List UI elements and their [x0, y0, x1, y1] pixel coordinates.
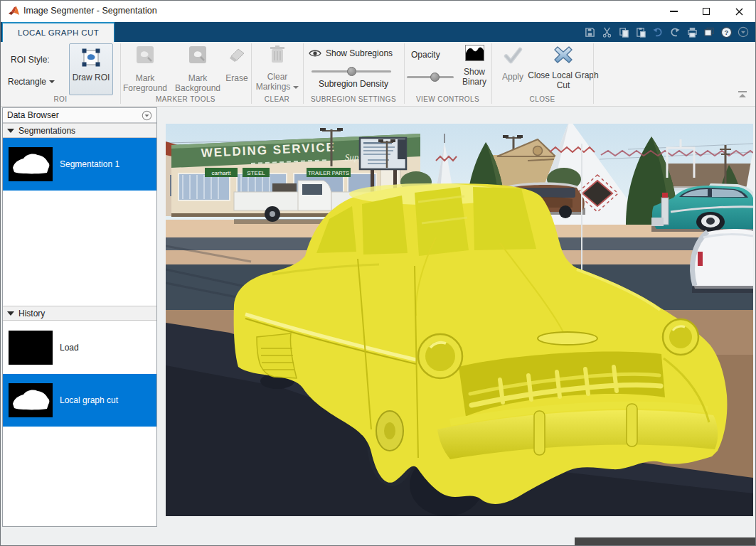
erase-icon [227, 45, 247, 65]
mark-background-button[interactable]: Mark Background [174, 45, 221, 93]
data-browser-header: Data Browser [3, 108, 156, 123]
background-window-strip [575, 537, 756, 546]
roi-style-label: ROI Style: [11, 55, 50, 65]
cut-icon[interactable] [600, 26, 613, 38]
opacity-slider[interactable] [407, 76, 454, 78]
list-item-label: Segmentation 1 [60, 159, 119, 169]
list-item-label: Local graph cut [60, 395, 118, 405]
collapse-ribbon-button[interactable] [737, 90, 748, 100]
slider-thumb[interactable] [347, 67, 356, 76]
history-thumbnail-mask [9, 383, 53, 417]
clear-markings-button[interactable]: Clear Markings [254, 45, 301, 92]
mark-foreground-icon [135, 45, 155, 65]
draw-roi-button[interactable]: Draw ROI [69, 43, 113, 95]
title-bar: Image Segmenter - Segmentation [1, 1, 755, 22]
erase-button[interactable]: Erase [223, 45, 251, 83]
mark-foreground-button[interactable]: Mark Foreground [123, 45, 167, 93]
trash-icon [269, 45, 286, 65]
section-label-close: CLOSE [491, 95, 593, 103]
eye-icon [309, 49, 321, 58]
quick-access-toolbar: ? [583, 24, 750, 40]
show-subregions-toggle[interactable]: Show Subregions [309, 48, 393, 58]
list-item-label: Load [60, 343, 79, 353]
collapse-arrow-icon [7, 129, 14, 133]
opacity-label: Opacity [411, 50, 440, 60]
erase-label: Erase [223, 73, 251, 83]
white-car-rear [691, 229, 753, 293]
undo-icon[interactable] [651, 26, 664, 38]
more-options-icon[interactable] [737, 26, 750, 38]
mark-background-icon [188, 45, 208, 65]
tab-label: LOCAL GRAPH CUT [18, 28, 99, 37]
history-section-label: History [18, 309, 45, 318]
mark-background-label: Mark Background [174, 73, 221, 93]
section-label-roi: ROI [1, 95, 120, 103]
chevron-down-icon [49, 80, 55, 83]
mark-foreground-label: Mark Foreground [123, 73, 167, 93]
clear-markings-label: Clear Markings [254, 72, 301, 92]
show-binary-label: Show Binary [459, 67, 490, 87]
print-icon[interactable] [686, 26, 698, 38]
close-local-graph-cut-label: Close Local Graph Cut [526, 70, 601, 90]
ribbon: ROI Style: Rectangle Draw ROI ROI Mark F… [1, 42, 755, 107]
apply-check-icon [502, 45, 523, 66]
window-layout-icon[interactable] [703, 26, 715, 38]
show-binary-button[interactable]: Show Binary [459, 45, 490, 87]
draw-roi-label: Draw ROI [73, 73, 110, 82]
subregion-density-label: Subregion Density [303, 79, 404, 89]
history-thumbnail-black [9, 331, 53, 365]
history-section-header[interactable]: History [3, 306, 156, 321]
tab-local-graph-cut[interactable]: LOCAL GRAPH CUT [2, 22, 115, 42]
segmentation-thumbnail [9, 147, 53, 181]
roi-style-value: Rectangle [8, 77, 46, 87]
svg-text:?: ? [724, 28, 728, 36]
data-browser-panel: Data Browser Segmentations Segmentation … [2, 107, 157, 527]
show-binary-icon [465, 45, 484, 61]
list-item-load[interactable]: Load [3, 321, 156, 374]
subregion-density-slider[interactable] [312, 70, 391, 73]
section-label-subregion-settings: SUBREGION SETTINGS [303, 95, 404, 103]
paste-icon[interactable] [634, 26, 647, 38]
save-icon[interactable] [583, 26, 596, 38]
close-x-icon [551, 43, 575, 66]
segmentations-section-label: Segmentations [18, 126, 75, 136]
list-item-segmentation-1[interactable]: Segmentation 1 [3, 138, 156, 191]
collapse-arrow-icon [7, 311, 14, 316]
toolstrip-tabs: LOCAL GRAPH CUT ? [1, 22, 755, 42]
copy-icon[interactable] [617, 26, 630, 38]
maximize-button[interactable] [690, 1, 723, 22]
show-subregions-label: Show Subregions [326, 48, 393, 58]
section-label-marker-tools: MARKER TOOLS [120, 95, 251, 103]
close-button[interactable] [723, 1, 755, 22]
window-title: Image Segmenter - Segmentation [23, 6, 157, 16]
chevron-down-icon [293, 86, 299, 89]
matlab-logo-icon [8, 6, 20, 17]
panel-menu-icon[interactable] [142, 110, 152, 121]
window-sign-steel: STEEL [247, 170, 265, 176]
window-sign-carhartt: carhartt [211, 170, 231, 176]
main-area: Data Browser Segmentations Segmentation … [1, 107, 755, 546]
help-icon[interactable]: ? [720, 26, 733, 38]
close-local-graph-cut-button[interactable]: Close Local Graph Cut [526, 43, 601, 90]
segmented-image-view[interactable]: WELDING SERVICE Supply carhartt STEEL TR… [166, 124, 753, 516]
minimize-button[interactable] [657, 1, 690, 22]
roi-style-dropdown[interactable]: Rectangle [8, 75, 55, 87]
apply-label: Apply [497, 72, 528, 82]
list-item-local-graph-cut[interactable]: Local graph cut [3, 374, 156, 427]
section-label-clear: CLEAR [251, 95, 303, 103]
window-sign-trailer-parts: TRAILER PARTS [308, 170, 349, 176]
section-label-view-controls: VIEW CONTROLS [404, 95, 491, 103]
app-window: Image Segmenter - Segmentation LOCAL GRA… [0, 0, 756, 546]
redo-icon[interactable] [669, 26, 681, 38]
data-browser-title: Data Browser [7, 110, 59, 120]
slider-thumb[interactable] [430, 73, 440, 82]
apply-button[interactable]: Apply [497, 45, 528, 82]
segmentations-section-header[interactable]: Segmentations [3, 123, 156, 138]
draw-roi-icon [82, 48, 100, 67]
